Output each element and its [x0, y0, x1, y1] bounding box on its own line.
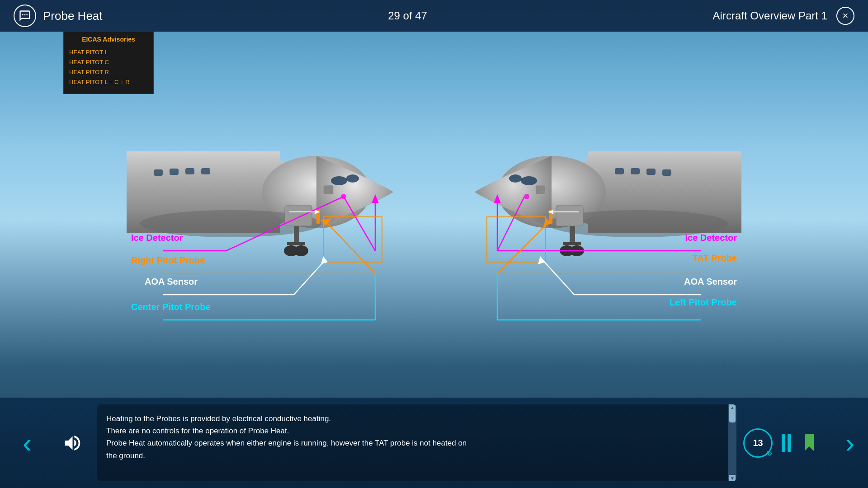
next-button[interactable]: ›	[832, 398, 868, 488]
refresh-icon: ↻	[767, 450, 772, 457]
svg-point-1	[22, 14, 24, 15]
label-tat-probe: TAT Probe	[693, 253, 737, 263]
aircraft-diagram: Ice Detector Right Pitot Probe AOA Senso…	[118, 56, 750, 373]
bookmark-svg	[802, 434, 816, 452]
svg-point-0	[24, 14, 26, 15]
pause-button[interactable]	[782, 434, 791, 452]
svg-rect-32	[563, 242, 581, 245]
course-title: Aircraft Overview Part 1	[713, 9, 827, 22]
svg-marker-50	[321, 256, 328, 264]
svg-rect-27	[662, 169, 671, 176]
svg-rect-30	[615, 168, 624, 174]
pause-bar-2	[788, 434, 791, 452]
svg-line-58	[497, 221, 550, 273]
eicas-item-2: HEAT PITOT C	[69, 57, 148, 67]
close-button[interactable]: ×	[836, 7, 854, 25]
header-bar: Probe Heat 29 of 47 Aircraft Overview Pa…	[0, 0, 868, 32]
eicas-item-1: HEAT PITOT L	[69, 47, 148, 57]
page-title: Probe Heat	[43, 9, 103, 23]
text-line1: Heating to the Probes is provided by ele…	[106, 414, 331, 423]
svg-point-7	[346, 174, 359, 183]
svg-marker-63	[538, 256, 545, 264]
svg-point-2	[26, 14, 28, 15]
svg-line-62	[542, 260, 574, 295]
progress-indicator: 29 of 47	[388, 9, 427, 22]
text-panel: Heating to the Probes is provided by ele…	[97, 404, 736, 481]
sound-icon	[62, 433, 83, 453]
svg-point-25	[509, 174, 522, 183]
text-line3: Probe Heat automatically operates when e…	[106, 439, 467, 447]
header-right: Aircraft Overview Part 1 ×	[713, 7, 854, 25]
scrollbar-thumb[interactable]	[729, 409, 736, 422]
label-ice-detector-right: Ice Detector	[685, 233, 737, 243]
svg-point-24	[521, 176, 537, 185]
next-arrow-icon: ›	[845, 427, 854, 459]
svg-line-49	[294, 260, 326, 295]
pause-bar-1	[782, 434, 785, 452]
label-aoa-sensor-left: AOA Sensor	[145, 277, 198, 287]
svg-line-44	[326, 221, 375, 273]
eicas-item-4: HEAT PITOT L + C + R	[69, 77, 148, 87]
svg-point-16	[294, 245, 308, 256]
sound-button[interactable]	[54, 398, 90, 488]
svg-marker-71	[805, 434, 814, 451]
prev-button[interactable]: ‹	[0, 398, 54, 488]
svg-rect-9	[154, 169, 163, 176]
label-aoa-sensor-right: AOA Sensor	[684, 277, 737, 287]
label-left-pitot-probe: Left Pitot Probe	[670, 297, 737, 308]
svg-rect-17	[285, 206, 312, 226]
svg-rect-19	[323, 185, 333, 194]
text-content: Heating to the Probes is provided by ele…	[97, 404, 728, 481]
svg-point-38	[524, 194, 529, 199]
svg-rect-28	[646, 169, 656, 175]
svg-rect-29	[631, 168, 640, 174]
timer-display: 13 ↻	[743, 428, 773, 458]
right-controls: 13 ↻	[743, 428, 832, 458]
svg-rect-10	[170, 169, 179, 175]
svg-rect-12	[201, 168, 210, 174]
chat-icon-button[interactable]	[14, 5, 36, 27]
label-right-pitot-probe: Right Pitot Probe	[131, 255, 205, 266]
label-ice-detector-left: Ice Detector	[131, 233, 183, 243]
svg-point-6	[331, 176, 347, 185]
svg-rect-35	[556, 206, 583, 226]
prev-arrow-icon: ‹	[23, 427, 32, 459]
eicas-title: EICAS Advisories	[69, 36, 148, 43]
svg-rect-14	[287, 242, 305, 245]
scrollbar-down-button[interactable]: ▼	[729, 475, 736, 481]
bottom-panel: ‹ Heating to the Probes is provided by e…	[0, 398, 868, 488]
text-line4: the ground.	[106, 451, 145, 460]
label-center-pitot-probe: Center Pitot Probe	[131, 302, 211, 312]
eicas-item-3: HEAT PITOT R	[69, 67, 148, 77]
svg-rect-11	[185, 168, 194, 174]
header-left: Probe Heat	[14, 5, 103, 27]
svg-rect-37	[536, 185, 546, 194]
scrollbar-track[interactable]: ▲ ▼	[728, 404, 736, 481]
bookmark-icon[interactable]	[800, 434, 818, 452]
eicas-panel: EICAS Advisories HEAT PITOT L HEAT PITOT…	[63, 32, 154, 94]
chat-icon	[19, 9, 31, 22]
text-line2: There are no controls for the operation …	[106, 427, 289, 435]
timer-value: 13	[753, 438, 763, 448]
diagram-svg	[118, 56, 750, 373]
